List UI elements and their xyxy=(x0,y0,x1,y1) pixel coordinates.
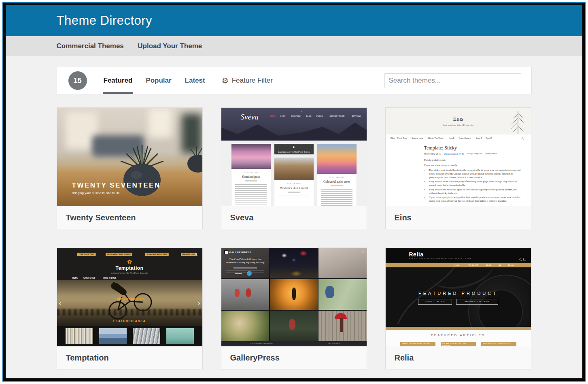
footer-left-text: GALLERYPRESS ABOUT US xyxy=(250,343,273,344)
header-button: EXCLUSIVE WORDPRESS xyxy=(145,253,169,256)
nav-commercial-themes[interactable]: Commercial Themes xyxy=(57,42,124,50)
featured-post-tile: GALLERYPRESS The Cool Waterfall from the… xyxy=(221,248,269,278)
nav-item: CATEGORIES xyxy=(83,277,95,279)
eins-site-header: Eins Just another WordPress site xyxy=(386,108,531,134)
gold-divider xyxy=(386,327,531,330)
theme-card-sveva[interactable]: Sveva HOME SHOP ONE PAGE BLOG PAGES CONT… xyxy=(221,107,367,229)
gallerypress-preview: GALLERYPRESS The Cool Waterfall from the… xyxy=(221,248,367,346)
red-coat-shape xyxy=(235,289,240,297)
article-button: WE ARE NOW ACCEPTING ORDERS! xyxy=(441,342,476,346)
twentyseventeen-preview: TWENTY SEVENTEEN Bringing your business'… xyxy=(57,108,202,206)
theme-name: Twenty Seventeen xyxy=(57,206,202,229)
bullet-item: They should still show up again in their… xyxy=(429,188,522,195)
theme-card-relia[interactable]: Relia FREE & PREMIUM RESPONSIVE WORDPRES… xyxy=(385,247,531,369)
post-date xyxy=(288,192,300,193)
theme-name: Eins xyxy=(386,206,531,229)
theme-card-twenty-seventeen[interactable]: TWENTY SEVENTEEN Bringing your business'… xyxy=(57,107,203,229)
post-title: The Cool Waterfall from the mountain Dur… xyxy=(225,258,266,264)
feature-filter-button[interactable]: ⚙ Feature Filter xyxy=(222,67,273,94)
post-excerpt xyxy=(321,189,352,206)
canyon-photo xyxy=(274,158,314,180)
download-text: Download as a free WordPress themes xyxy=(278,151,310,153)
mountain-thumb xyxy=(99,328,127,344)
headphone-cable-illustration xyxy=(386,267,531,327)
flower-logo-icon: ✿ xyxy=(57,258,202,265)
post-excerpt xyxy=(226,271,264,275)
sveva-logo: Sveva xyxy=(241,113,259,122)
nav-item: Front Page xyxy=(397,137,407,139)
post-title: Standard post xyxy=(231,175,271,179)
post-card: BLOG, GALLERY Standard post xyxy=(231,144,271,206)
hero-button: VIEW COLLECTION xyxy=(418,299,452,305)
post-date xyxy=(245,180,257,181)
theme-name: Temptation xyxy=(57,346,202,369)
tab-featured[interactable]: Featured xyxy=(103,67,134,94)
slider-next-icon: › xyxy=(198,299,200,307)
tab-latest[interactable]: Latest xyxy=(184,67,206,94)
download-banner: ⬇ Download as a free WordPress themes xyxy=(274,144,314,154)
like-count xyxy=(235,273,242,274)
gear-icon: ⚙ xyxy=(222,77,229,85)
theme-card-eins[interactable]: Eins Just another WordPress site xyxy=(385,107,531,229)
gallery-thumbnails xyxy=(57,326,202,346)
share-button-icon xyxy=(247,271,252,276)
download-icon: ⬇ xyxy=(293,145,295,149)
post-paragraph: This is a sticky post. xyxy=(424,158,522,161)
article-button: NEW STOCK IS COMING SOON! xyxy=(481,342,516,346)
post-categories: BLOG, GALLERY xyxy=(325,177,348,178)
lake-thumb xyxy=(166,328,194,344)
theme-screenshot[interactable]: Eins Just another WordPress site xyxy=(386,108,531,206)
plaid-forest-photo xyxy=(270,311,318,341)
relia-preview: Relia FREE & PREMIUM RESPONSIVE WORDPRES… xyxy=(386,248,531,346)
pond-photo xyxy=(318,279,366,309)
nav-item: Page A xyxy=(476,137,482,139)
post-categories: RAW, GALLERY xyxy=(282,183,306,185)
theme-screenshot[interactable]: Sveva HOME SHOP ONE PAGE BLOG PAGES CONT… xyxy=(221,108,367,206)
articles-title: FEATURED ARTICLES xyxy=(386,333,531,337)
tab-popular[interactable]: Popular xyxy=(145,67,172,94)
post-meta: 先頭に固定表示 Uncategorized, 分類 sticky, templa… xyxy=(424,152,522,156)
header-button: FREE WORDPRESS xyxy=(77,253,96,256)
theme-screenshot[interactable]: FREE WORDPRESS MORE WORDPRESS THEMES EXC… xyxy=(57,248,202,346)
gallerypress-logo: GALLERYPRESS xyxy=(224,250,252,254)
header-icons xyxy=(519,258,526,260)
theme-screenshot[interactable]: GALLERYPRESS The Cool Waterfall from the… xyxy=(221,248,367,346)
theme-screenshot[interactable]: TWENTY SEVENTEEN Bringing your business'… xyxy=(57,108,202,206)
overlay-headline: TWENTY SEVENTEEN xyxy=(72,181,161,190)
site-title: Relia xyxy=(409,251,424,258)
relia-site-header: Relia FREE & PREMIUM RESPONSIVE WORDPRES… xyxy=(386,248,531,263)
post-paragraph: There are a few things to verify: xyxy=(424,164,522,166)
post-card: RAW, GALLERY Woman's Best Friend xyxy=(274,158,314,206)
theme-screenshot[interactable]: Relia FREE & PREMIUM RESPONSIVE WORDPRES… xyxy=(386,248,531,346)
featured-articles-section: FEATURED ARTICLES BEAUTIFUL AND PIXEL PE… xyxy=(386,330,531,346)
eins-post: Template: Sticky 先頭に固定表示 Uncategorized, … xyxy=(424,145,522,204)
headphones-hero: FEATURED PRODUCT VIEW COLLECTION BROWSE … xyxy=(386,267,531,327)
menu-icon: ≡ xyxy=(362,250,364,254)
site-tagline: Just another fun little WordPress demo s… xyxy=(71,272,187,274)
nav-upload-your-theme[interactable]: Upload Your Theme xyxy=(138,42,202,50)
red-coat-shape xyxy=(246,288,251,297)
nav-item: PRODUCTS xyxy=(468,265,478,266)
post-bullet-list: The sticky post should be distinctly rec… xyxy=(424,169,522,203)
post-excerpt xyxy=(278,196,310,204)
nav-item: CONTACT FORM xyxy=(329,115,344,117)
footer-right-text: GET IN TOUCH xyxy=(328,343,340,344)
feature-filter-label: Feature Filter xyxy=(232,77,273,85)
temptation-preview: FREE WORDPRESS MORE WORDPRESS THEMES EXC… xyxy=(57,248,202,346)
search-input[interactable] xyxy=(384,73,521,88)
theme-card-gallerypress[interactable]: GALLERYPRESS The Cool Waterfall from the… xyxy=(221,247,367,369)
temptation-nav: HOME CATEGORIES MORE THEMES xyxy=(72,277,121,279)
nav-item: Lorem Ipsum xyxy=(459,137,471,139)
theme-count-badge: 15 xyxy=(68,71,87,90)
search-icon xyxy=(522,137,523,139)
article-button: BEAUTIFUL AND PIXEL PERFECT xyxy=(400,342,435,346)
theme-name: Relia xyxy=(386,346,531,369)
slider-prev-icon: ‹ xyxy=(59,299,62,307)
header-button: MORE WORDPRESS THEMES xyxy=(106,253,132,256)
nav-item: MORE THEMES xyxy=(103,277,117,279)
nav-item: ABOUT xyxy=(508,265,514,266)
night-city-photo xyxy=(270,248,318,278)
nav-item: ONE PAGE xyxy=(291,115,301,117)
sunset-beach-photo xyxy=(231,144,271,169)
theme-card-temptation[interactable]: FREE WORDPRESS MORE WORDPRESS THEMES EXC… xyxy=(57,247,203,369)
